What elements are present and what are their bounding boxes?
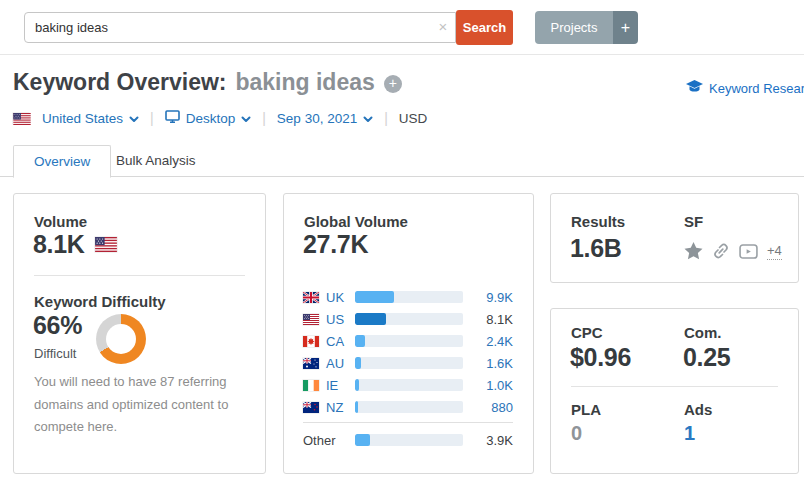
currency-label: USD: [399, 111, 428, 126]
keyword-difficulty-value: 66%: [33, 311, 82, 340]
results-serp-card: Results 1.6B SF +4: [550, 193, 799, 283]
cpc-value: $0.96: [570, 343, 631, 372]
ads-label: Ads: [684, 401, 712, 418]
page-title-keyword: baking ideas: [235, 69, 374, 96]
difficulty-donut-chart: [96, 314, 146, 364]
ie-flag-icon: [303, 380, 319, 391]
country-volume-value: 8.1K: [463, 312, 513, 327]
divider: [34, 275, 245, 276]
volume-bar: [355, 313, 463, 325]
clear-search-icon[interactable]: ×: [435, 17, 451, 37]
country-row-nz[interactable]: NZ 880: [303, 400, 513, 414]
competition-label: Com.: [684, 324, 722, 341]
volume-value: 8.1K: [33, 230, 85, 259]
country-volume-value: 9.9K: [463, 290, 513, 305]
global-volume-card: Global Volume 27.7K UK 9.9K US 8.1K CA 2…: [283, 193, 534, 474]
video-icon[interactable]: [739, 244, 758, 259]
other-volume-row: Other 3.9K: [303, 433, 513, 447]
volume-bar: [355, 434, 463, 446]
keyword-difficulty-level: Difficult: [34, 346, 76, 361]
country-code: UK: [326, 290, 355, 305]
results-value: 1.6B: [570, 234, 622, 263]
more-serp-features-link[interactable]: +4: [767, 243, 782, 260]
country-selector[interactable]: United States: [13, 111, 139, 126]
device-label: Desktop: [186, 111, 236, 126]
volume-label: Volume: [34, 213, 87, 230]
tab-bulk-analysis[interactable]: Bulk Analysis: [102, 145, 210, 177]
global-volume-value: 27.7K: [303, 230, 368, 259]
divider: [571, 386, 778, 387]
tab-overview[interactable]: Overview: [13, 145, 111, 178]
add-project-button[interactable]: +: [613, 11, 638, 44]
filter-separator: |: [384, 110, 388, 126]
us-flag-icon: [13, 113, 29, 124]
country-row-au[interactable]: AU 1.6K: [303, 356, 513, 370]
projects-button[interactable]: Projects: [535, 11, 613, 44]
country-row-uk[interactable]: UK 9.9K: [303, 290, 513, 304]
serp-features-icons: +4: [684, 242, 782, 260]
difficulty-description: You will need to have 87 referring domai…: [34, 371, 246, 439]
au-flag-icon: [303, 358, 319, 369]
search-button[interactable]: Search: [456, 10, 513, 45]
country-volume-value: 1.6K: [463, 356, 513, 371]
cpc-ads-card: CPC $0.96 Com. 0.25 PLA 0 Ads 1: [550, 308, 799, 474]
chevron-down-icon: [241, 111, 251, 126]
volume-bar: [355, 379, 463, 391]
serp-features-label: SF: [684, 213, 703, 230]
country-row-us[interactable]: US 8.1K: [303, 312, 513, 326]
country-volume-value: 1.0K: [463, 378, 513, 393]
country-volume-value: 880: [463, 400, 513, 415]
nz-flag-icon: [303, 402, 319, 413]
pla-value: 0: [571, 422, 582, 445]
date-selector[interactable]: Sep 30, 2021: [277, 111, 373, 126]
country-volume-list: UK 9.9K US 8.1K CA 2.4K AU 1.6K IE 1.0K: [303, 290, 513, 455]
other-volume-value: 3.9K: [463, 433, 513, 448]
ca-flag-icon: [303, 336, 319, 347]
link-icon[interactable]: [712, 242, 730, 260]
country-code: NZ: [326, 400, 355, 415]
other-label: Other: [303, 433, 355, 448]
page-title: Keyword Overview: baking ideas +: [13, 69, 402, 96]
chevron-down-icon: [363, 111, 373, 126]
global-volume-label: Global Volume: [304, 213, 408, 230]
pla-label: PLA: [571, 401, 601, 418]
device-selector[interactable]: Desktop: [165, 110, 252, 126]
country-code: AU: [326, 356, 355, 371]
us-flag-icon: [303, 314, 319, 325]
keyword-research-link[interactable]: Keyword Research: [686, 80, 804, 97]
volume-difficulty-card: Volume 8.1K Keyword Difficulty 66% Diffi…: [13, 193, 266, 474]
search-input[interactable]: [24, 12, 456, 43]
country-row-ca[interactable]: CA 2.4K: [303, 334, 513, 348]
top-search-bar: × Search Projects +: [0, 0, 804, 55]
page-title-label: Keyword Overview:: [13, 69, 226, 96]
add-keyword-icon[interactable]: +: [384, 75, 402, 93]
divider: [303, 422, 513, 423]
country-row-ie[interactable]: IE 1.0K: [303, 378, 513, 392]
cpc-label: CPC: [571, 324, 603, 341]
country-volume-value: 2.4K: [463, 334, 513, 349]
results-label: Results: [571, 213, 625, 230]
us-flag-icon: [95, 237, 117, 252]
star-icon[interactable]: [684, 242, 703, 260]
country-code: CA: [326, 334, 355, 349]
volume-bar: [355, 357, 463, 369]
ads-value[interactable]: 1: [684, 422, 695, 445]
keyword-difficulty-label: Keyword Difficulty: [34, 293, 166, 310]
volume-bar: [355, 291, 463, 303]
country-label: United States: [42, 111, 123, 126]
desktop-monitor-icon: [165, 110, 180, 126]
chevron-down-icon: [129, 111, 139, 126]
country-code: US: [326, 312, 355, 327]
uk-flag-icon: [303, 292, 319, 303]
country-code: IE: [326, 378, 355, 393]
tab-bar: Overview Bulk Analysis: [0, 145, 804, 177]
date-label: Sep 30, 2021: [277, 111, 357, 126]
graduation-cap-icon: [686, 80, 703, 97]
volume-bar: [355, 401, 463, 413]
filter-separator: |: [150, 110, 154, 126]
keyword-research-label: Keyword Research: [709, 81, 804, 96]
filter-separator: |: [262, 110, 266, 126]
volume-bar: [355, 335, 463, 347]
filter-bar: United States | Desktop | Sep 30, 2021 |…: [13, 110, 427, 126]
competition-value: 0.25: [683, 343, 730, 372]
